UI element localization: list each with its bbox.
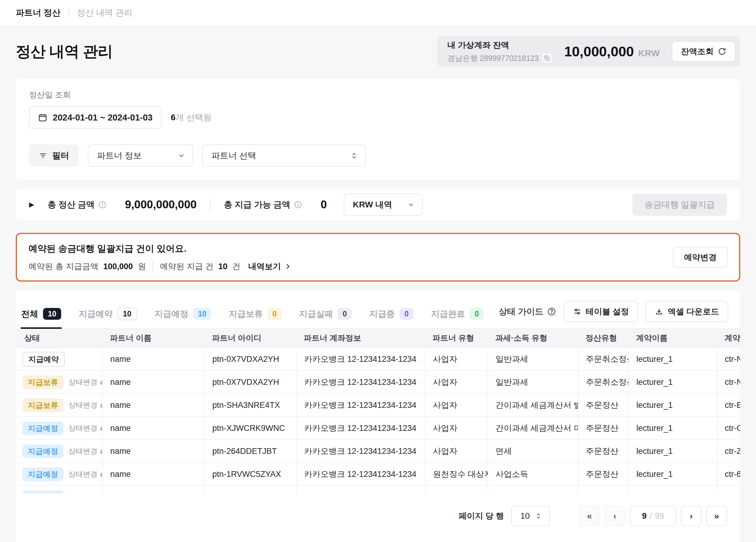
change-reservation-button[interactable]: 예약변경 [673,247,728,268]
table-row[interactable]: 지급보류상태변경⇄nameptn-0X7VDXA2YH카카오뱅크 12-1234… [16,371,740,394]
tab-label: 지급보류 [229,308,263,320]
settlement-type-cell: 주문취소정산 [578,371,629,394]
table-settings-button[interactable]: 테이블 설정 [564,301,638,322]
change-status-label: 상태변경 [68,400,98,410]
change-status-link[interactable]: 상태변경⇄ [68,400,103,410]
tab-지급중[interactable]: 지급중0 [369,306,414,328]
table-row[interactable]: 지급보류상태변경⇄nameptn-SHA3NRE4TX카카오뱅크 12-1234… [16,394,740,417]
tax-type-cell: 일반과세 [488,348,578,371]
balance-currency: KRW [638,48,660,58]
next-page-button[interactable]: › [681,506,701,526]
tab-전체[interactable]: 전체10 [21,306,62,328]
view-details-link[interactable]: 내역보기 [248,261,291,272]
table-row[interactable]: 지급예약nameptn-0X7VDXA2YH카카오뱅크 12-12341234-… [16,348,740,371]
total-settlement-label: 총 정산 금액 [48,199,95,210]
date-range-input[interactable]: 2024-01-01 ~ 2024-01-03 [29,106,162,129]
status-cell: 지급예정상태변경⇄ [16,440,103,463]
info-icon[interactable] [294,200,302,209]
column-header: 상태 [16,329,103,348]
tab-지급예정[interactable]: 지급예정10 [154,306,212,328]
breadcrumb-current: 정산 내역 관리 [77,7,133,18]
tabs: 전체10지급예약10지급예정10지급보류0지급실패0지급중0지급완료0 [21,306,484,328]
change-status-link[interactable]: 상태변경⇄ [68,377,103,387]
contract-name-cell: lecturer_1 [629,440,717,463]
refresh-icon [718,47,726,56]
change-status-label: 상태변경 [68,423,98,433]
contract-name-cell: lecturer_1 [629,486,717,494]
tab-지급실패[interactable]: 지급실패0 [298,306,352,328]
table-row[interactable]: 지급예정상태변경⇄nameptn-XJWCRK9WNC카카오뱅크 12-1234… [16,417,740,440]
tab-지급완료[interactable]: 지급완료0 [430,306,484,328]
table-row[interactable]: 지급예정상태변경⇄nameptn-264DDETJBT카카오뱅크 12-1234… [16,440,740,463]
alert-count-label: 예약된 지급 건 [160,261,214,272]
partner-type-cell: 원천징수 비대상자 [425,486,488,494]
page-indicator[interactable]: 9 / 99 [630,506,676,526]
balance-refresh-button[interactable]: 잔액조회 [672,41,735,62]
prev-page-button[interactable]: ‹ [605,506,625,526]
payable-value: 0 [320,198,327,211]
alert-amount-label: 예약된 총 지급금액 [28,261,98,272]
change-status-link[interactable]: 상태변경⇄ [68,423,103,433]
column-header: 계약이름 [629,329,717,348]
chevron-down-icon [177,152,185,160]
column-header: 과세·소득 유형 [488,329,578,348]
bulk-transfer-button[interactable]: 송금대행 일괄지급 [632,193,727,216]
selected-count: 6개 선택됨 [171,112,212,123]
settlement-type-cell: 주문취소정산 [578,348,629,371]
change-status-link[interactable]: 상태변경⇄ [68,446,103,456]
page-head: 정산 내역 관리 내 가상계좌 잔액 경남은행 28999770218123 1… [16,36,740,67]
tab-지급보류[interactable]: 지급보류0 [228,306,282,328]
first-page-button[interactable]: « [579,506,600,526]
tab-label: 전체 [21,308,38,320]
alert-count-value: 10 [218,262,227,271]
partner-info-select[interactable]: 파트너 정보 [88,144,193,167]
page-content: 정산 내역 관리 내 가상계좌 잔액 경남은행 28999770218123 1… [0,25,756,542]
partner-select[interactable]: 파트너 선택 [202,144,366,167]
change-status-link[interactable]: 상태변경⇄ [68,469,103,479]
account-cell: 카카오뱅크 12-12341234-1234 [297,371,425,394]
account-cell: 카카오뱅크 12-12341234-1234 [297,440,425,463]
copy-icon [544,55,550,61]
last-page-button[interactable]: » [706,506,727,526]
breadcrumb-parent[interactable]: 파트너 정산 [16,7,61,18]
status-guide[interactable]: 상태 가이드 [499,306,556,317]
change-status-label: 상태변경 [68,469,98,479]
partner-type-cell: 사업자 [425,394,488,417]
alert-title: 예약된 송금대행 일괄지급 건이 있어요. [28,243,291,255]
table-row[interactable]: 지급예정상태변경⇄nameptn-1RVWC5ZYAX카카오뱅크 12-1234… [16,463,740,486]
filter-button[interactable]: 필터 [29,144,79,167]
info-icon[interactable] [98,200,107,209]
contract-id-cell: ctr-N [717,486,740,494]
status-cell: 지급보류상태변경⇄ [16,371,103,394]
copy-account-button[interactable] [542,53,552,63]
pagination: 페이지 당 행 10 « ‹ 9 / 99 › » [16,494,740,542]
summary-divider [210,198,211,212]
partner-id-cell: ptn-0X7VDXA2YH [205,371,297,394]
change-status-label: 상태변경 [68,377,98,387]
tab-count-badge: 0 [400,308,413,320]
column-header: 파트너 아이디 [205,329,297,348]
partner-type-cell: 사업자 [425,440,488,463]
table-scroll-area[interactable]: 상태파트너 이름파트너 아이디파트너 계좌정보파트너 유형과세·소득 유형정산유… [16,329,740,494]
table-row[interactable]: 지급예정상태변경⇄nameptn-CMMSQHMWW7카카오뱅크 12-1234… [16,486,740,494]
balance-bank-account: 경남은행 28999770218123 [447,53,539,63]
current-page: 9 [642,511,647,521]
change-status-label: 상태변경 [68,446,98,456]
status-badge: 지급보류 [22,398,64,412]
settlement-type-cell: 주문정산 [578,394,629,417]
contract-id-cell: ctr-Z [717,440,740,463]
chevron-updown-icon [535,512,542,520]
currency-history-select[interactable]: KRW 내역 [344,193,423,216]
tab-지급예약[interactable]: 지급예약10 [78,306,138,328]
excel-download-button[interactable]: 엑셀 다운로드 [646,301,728,322]
status-badge: 지급예정 [22,468,64,481]
expand-caret-icon[interactable]: ▶ [29,201,34,209]
rows-per-page-select[interactable]: 10 [511,506,550,526]
account-cell: 카카오뱅크 12-12341234-1234 [297,417,425,440]
swap-icon: ⇄ [100,424,103,432]
table-body: 지급예약nameptn-0X7VDXA2YH카카오뱅크 12-12341234-… [16,348,740,494]
tab-label: 지급실패 [299,308,333,320]
status-badge: 지급예약 [22,352,65,367]
balance-label: 내 가상계좌 잔액 [447,40,552,51]
column-header: 파트너 계좌정보 [297,329,425,348]
